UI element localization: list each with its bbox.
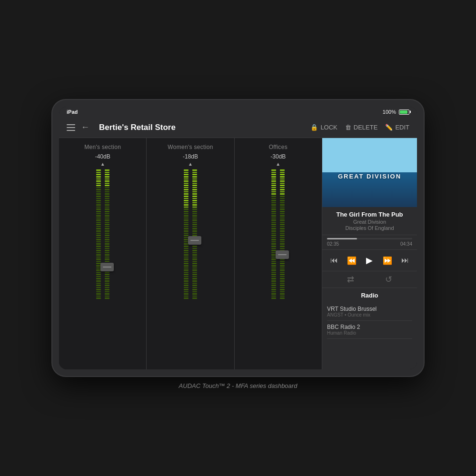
- track-info: The Girl From The Pub Great Division Dis…: [322, 207, 417, 235]
- radio-subtitle-0: ANGST • Ounce mix: [327, 312, 412, 317]
- edit-icon: ✏️: [385, 124, 393, 131]
- zone-mens-db: -40dB: [95, 153, 110, 160]
- page-title: Bertie's Retail Store: [99, 123, 176, 132]
- fader-handle-womens[interactable]: [188, 236, 201, 245]
- zone-womens-faders: [183, 168, 198, 301]
- zone-womens-label: Women's section: [168, 144, 213, 150]
- zone-offices-db: -30dB: [270, 153, 286, 160]
- zone-offices-label: Offices: [269, 144, 288, 150]
- lock-button[interactable]: 🔒 LOCK: [310, 124, 337, 131]
- progress-section: 02:35 04:34: [322, 235, 417, 250]
- fader-col-1: [95, 168, 102, 301]
- app-toolbar: ← Bertie's Retail Store 🔒 LOCK 🗑 DELETE …: [59, 117, 417, 138]
- page-subtitle: AUDAC Touch™ 2 - MFA series dashboard: [179, 382, 298, 389]
- ipad-frame: iPad 100% ← Bertie's Re: [52, 100, 424, 376]
- radio-item-0[interactable]: VRT Studio Brussel ANGST • Ounce mix: [327, 303, 412, 321]
- zone-offices-arrow: ▲: [276, 162, 280, 167]
- extra-controls: ⇄ ↺: [322, 271, 417, 288]
- radio-section-label: Radio: [327, 292, 412, 299]
- radio-name-0: VRT Studio Brussel: [327, 306, 412, 312]
- progress-times: 02:35 04:34: [327, 241, 412, 247]
- ipad-device: iPad 100% ← Bertie's Re: [52, 100, 424, 376]
- main-content: Men's section -40dB ▲: [59, 138, 417, 369]
- total-time: 04:34: [400, 241, 412, 247]
- player-controls: ⏮ ⏪ ▶ ⏩ ⏭: [322, 250, 417, 271]
- skip-forward-end-button[interactable]: ⏭: [398, 254, 412, 267]
- fader-handle-offices[interactable]: [276, 250, 289, 259]
- zone-womens: Women's section -18dB ▲: [147, 138, 234, 369]
- vu-meter-4: [191, 168, 198, 301]
- battery-icon: [399, 109, 409, 115]
- battery-percent: 100%: [383, 109, 396, 115]
- fader-col-5: [270, 168, 277, 301]
- album-art: GREAT DIVISION: [322, 138, 417, 207]
- lock-icon: 🔒: [310, 124, 318, 131]
- radio-section: Radio VRT Studio Brussel ANGST • Ounce m…: [322, 288, 417, 343]
- zone-offices: Offices -30dB ▲: [235, 138, 322, 369]
- mixer-zones: Men's section -40dB ▲: [59, 138, 322, 369]
- radio-name-1: BBC Radio 2: [327, 324, 412, 330]
- album-art-title: GREAT DIVISION: [338, 172, 401, 179]
- ipad-screen: iPad 100% ← Bertie's Re: [59, 107, 417, 369]
- toolbar-left: ← Bertie's Retail Store: [67, 122, 176, 132]
- fader-col-4: [191, 168, 198, 301]
- menu-icon[interactable]: [67, 124, 75, 131]
- rewind-button[interactable]: ⏪: [345, 254, 358, 267]
- shuffle-button[interactable]: ⇄: [347, 274, 354, 285]
- progress-fill: [327, 238, 357, 239]
- radio-item-1[interactable]: BBC Radio 2 Human Radio: [327, 321, 412, 339]
- right-panel: GREAT DIVISION The Girl From The Pub Gre…: [322, 138, 417, 369]
- zone-offices-faders: [270, 168, 286, 301]
- track-title: The Girl From The Pub: [327, 211, 412, 218]
- zone-mens-label: Men's section: [84, 144, 121, 150]
- vu-meter-6: [279, 168, 286, 301]
- delete-button[interactable]: 🗑 DELETE: [345, 124, 378, 131]
- vu-meter-5: [270, 168, 277, 301]
- fader-col-2: [104, 168, 110, 301]
- toolbar-right: 🔒 LOCK 🗑 DELETE ✏️ EDIT: [310, 124, 409, 131]
- zone-womens-arrow: ▲: [188, 162, 193, 167]
- battery-fill: [400, 110, 407, 114]
- zone-womens-db: -18dB: [183, 153, 198, 160]
- device-name: iPad: [67, 109, 78, 115]
- status-bar: iPad 100%: [59, 107, 417, 117]
- trash-icon: 🗑: [345, 124, 351, 131]
- track-album: Great Division: [327, 219, 412, 225]
- fader-col-3: [183, 168, 189, 301]
- status-bar-right: 100%: [383, 109, 409, 115]
- vu-meter-2: [104, 168, 110, 301]
- battery-indicator: [399, 109, 409, 115]
- zone-mens-arrow: ▲: [100, 162, 105, 167]
- vu-meter-1: [95, 168, 102, 301]
- fader-handle-mens[interactable]: [100, 263, 114, 271]
- vu-meter-3: [183, 168, 189, 301]
- progress-bar[interactable]: [327, 238, 412, 239]
- current-time: 02:35: [327, 241, 339, 247]
- edit-button[interactable]: ✏️ EDIT: [385, 124, 409, 131]
- zone-mens-faders: [95, 168, 110, 301]
- zone-mens: Men's section -40dB ▲: [59, 138, 147, 369]
- mixer-section: Men's section -40dB ▲: [59, 138, 322, 369]
- radio-subtitle-1: Human Radio: [327, 330, 412, 336]
- fader-col-6: [279, 168, 286, 301]
- repeat-button[interactable]: ↺: [385, 274, 392, 285]
- back-button[interactable]: ←: [81, 122, 89, 132]
- skip-back-start-button[interactable]: ⏮: [327, 254, 341, 267]
- track-artist: Disciples Of England: [327, 225, 412, 231]
- play-button[interactable]: ▶: [363, 254, 376, 267]
- fast-forward-button[interactable]: ⏩: [381, 254, 394, 267]
